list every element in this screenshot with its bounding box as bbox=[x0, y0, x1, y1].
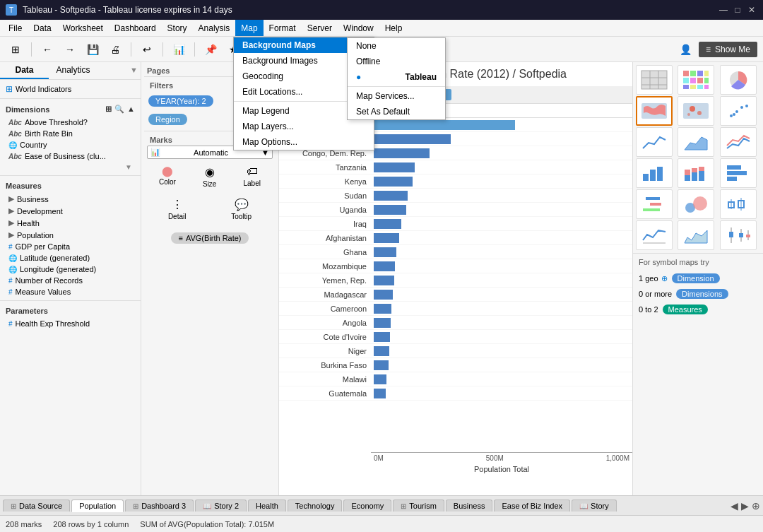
submenu-tableau[interactable]: ● Tableau bbox=[348, 69, 445, 85]
close-button[interactable]: ✕ bbox=[746, 4, 757, 16]
svg-rect-15 bbox=[697, 85, 703, 89]
svg-rect-30 bbox=[650, 170, 656, 181]
tab-data[interactable]: Data bbox=[0, 62, 49, 79]
marks-detail-btn[interactable]: ⋮ Detail bbox=[162, 194, 193, 224]
menu-data[interactable]: Data bbox=[28, 20, 57, 36]
measure-population[interactable]: ▶ Population bbox=[6, 229, 135, 241]
menu-file[interactable]: File bbox=[3, 20, 28, 36]
menu-worksheet[interactable]: Worksheet bbox=[57, 20, 109, 36]
measure-health[interactable]: ▶ Health bbox=[6, 217, 135, 229]
toolbar-print-icon[interactable]: 🖨 bbox=[105, 40, 125, 59]
tab-tourism[interactable]: ⊞ Tourism bbox=[393, 500, 444, 512]
toolbar-back-button[interactable]: ← bbox=[37, 40, 57, 59]
show-me-stacked-bar[interactable] bbox=[678, 158, 714, 188]
tab-business[interactable]: Business bbox=[446, 500, 493, 512]
menu-format[interactable]: Format bbox=[264, 20, 302, 36]
toolbar-pin-icon[interactable]: 📌 bbox=[201, 40, 220, 59]
dim-above-threshold[interactable]: Abc Above Threshold? bbox=[6, 117, 135, 128]
toolbar-chart-icon[interactable]: 📊 bbox=[169, 40, 189, 59]
show-me-bubble[interactable] bbox=[678, 189, 714, 219]
measure-gdp[interactable]: # GDP per Capita bbox=[6, 241, 135, 252]
tab-story2[interactable]: 📖 Story 2 bbox=[195, 500, 247, 512]
tab-health[interactable]: Health bbox=[248, 500, 286, 512]
dim-birth-rate-bin[interactable]: Abc Birth Rate Bin bbox=[6, 128, 135, 139]
marks-size-btn[interactable]: ◉ Size bbox=[196, 162, 223, 191]
map-item-layers[interactable]: Map Layers... bbox=[234, 119, 374, 134]
show-me-filled-map[interactable] bbox=[636, 96, 673, 126]
bar-labels-container: NigeriaEthiopiaCongo, Dem. Rep.TanzaniaK… bbox=[279, 118, 371, 401]
submenu-none[interactable]: None bbox=[348, 38, 445, 54]
filter-year[interactable]: YEAR(Year): 2 bbox=[148, 95, 213, 107]
bar-label: Guatemala bbox=[279, 386, 371, 401]
toolbar-person-icon[interactable]: 👤 bbox=[676, 40, 696, 59]
tab-ease-biz[interactable]: Ease of Biz Index bbox=[494, 500, 570, 512]
measure-lat[interactable]: 🌐 Latitude (generated) bbox=[6, 252, 135, 264]
show-me-button[interactable]: ≡ Show Me bbox=[699, 42, 757, 57]
show-me-pie[interactable] bbox=[720, 65, 757, 95]
toolbar-save-icon[interactable]: 💾 bbox=[83, 40, 102, 59]
menu-server[interactable]: Server bbox=[302, 20, 338, 36]
measure-business[interactable]: ▶ Business bbox=[6, 193, 135, 205]
tab-dashboard3[interactable]: ⊞ Dashboard 3 bbox=[125, 500, 194, 512]
show-me-area[interactable] bbox=[678, 127, 714, 157]
maximize-button[interactable]: □ bbox=[732, 4, 743, 16]
measure-num-records[interactable]: # Number of Records bbox=[6, 275, 135, 286]
show-me-line[interactable] bbox=[636, 127, 673, 157]
tab-data-source[interactable]: ⊞ Data Source bbox=[3, 500, 70, 512]
tab-technology[interactable]: Technology bbox=[288, 500, 343, 512]
svg-rect-29 bbox=[643, 174, 649, 181]
menu-help[interactable]: Help bbox=[379, 20, 408, 36]
tab-add[interactable]: ⊕ bbox=[752, 500, 760, 512]
show-me-candlestick[interactable] bbox=[720, 220, 757, 250]
toolbar-undo-icon[interactable]: ↩ bbox=[137, 40, 157, 59]
measure-lon[interactable]: 🌐 Longitude (generated) bbox=[6, 264, 135, 275]
param-health-exp[interactable]: # Health Exp Threshold bbox=[6, 318, 135, 329]
submenu-set-default[interactable]: Set As Default bbox=[348, 104, 445, 119]
marks-tooltip-btn[interactable]: 💬 Tooltip bbox=[225, 194, 258, 224]
menu-story[interactable]: Story bbox=[162, 20, 193, 36]
show-me-gantt[interactable] bbox=[636, 189, 673, 219]
submenu-map-services[interactable]: Map Services... bbox=[348, 88, 445, 104]
title-bar-left: T Tableau - Softpedia - Tableau license … bbox=[6, 4, 232, 16]
tab-story[interactable]: 📖 Story bbox=[572, 500, 617, 512]
search-icon[interactable]: 🔍 bbox=[114, 105, 124, 114]
show-me-box-plot[interactable] bbox=[720, 189, 757, 219]
chevron-up-icon[interactable]: ▲ bbox=[127, 105, 135, 114]
show-me-bar[interactable] bbox=[636, 158, 673, 188]
show-me-line-chart[interactable] bbox=[636, 220, 673, 250]
marks-color-btn[interactable]: ⬤ Color bbox=[153, 162, 182, 191]
show-me-heat-map[interactable] bbox=[678, 65, 714, 95]
dim-ease-business[interactable]: Abc Ease of Business (clu... bbox=[6, 150, 135, 162]
show-me-horiz-bar[interactable] bbox=[720, 158, 757, 188]
marks-type-label: Automatic bbox=[194, 148, 228, 157]
tab-population[interactable]: Population bbox=[71, 500, 124, 512]
measure-development[interactable]: ▶ Development bbox=[6, 205, 135, 217]
menu-map[interactable]: Map bbox=[235, 20, 263, 36]
measure-values[interactable]: # Measure Values bbox=[6, 286, 135, 297]
show-me-area2[interactable] bbox=[678, 220, 714, 250]
grid-icon[interactable]: ⊞ bbox=[105, 105, 112, 114]
toolbar-grid-icon[interactable]: ⊞ bbox=[6, 40, 25, 59]
svg-rect-5 bbox=[683, 71, 689, 76]
menu-window[interactable]: Window bbox=[338, 20, 379, 36]
tab-economy[interactable]: Economy bbox=[343, 500, 391, 512]
menu-dashboard[interactable]: Dashboard bbox=[109, 20, 162, 36]
tab-nav-left[interactable]: ◀ bbox=[731, 500, 738, 512]
tab-analytics[interactable]: Analytics bbox=[49, 62, 97, 79]
show-me-symbol-map[interactable] bbox=[678, 96, 714, 126]
marks-label-btn[interactable]: 🏷 Label bbox=[237, 162, 266, 191]
toolbar-forward-button[interactable]: → bbox=[60, 40, 80, 59]
show-me-scatter[interactable] bbox=[720, 96, 757, 126]
tab-nav-right[interactable]: ▶ bbox=[741, 500, 749, 512]
folder-icon: ▶ bbox=[8, 194, 14, 203]
map-item-options[interactable]: Map Options... bbox=[234, 134, 374, 150]
menu-analysis[interactable]: Analysis bbox=[193, 20, 236, 36]
filter-region[interactable]: Region bbox=[148, 114, 187, 125]
avg-birth-rate-pill[interactable]: ≡ AVG(Birth Rate) bbox=[171, 232, 248, 244]
show-me-dual-line[interactable] bbox=[720, 127, 757, 157]
submenu-offline[interactable]: Offline bbox=[348, 54, 445, 69]
minimize-button[interactable]: — bbox=[718, 4, 729, 16]
scroll-down-arrow[interactable]: ▼ bbox=[6, 162, 135, 172]
show-me-text-table[interactable] bbox=[636, 65, 673, 95]
dim-country[interactable]: 🌐 Country bbox=[6, 139, 135, 150]
